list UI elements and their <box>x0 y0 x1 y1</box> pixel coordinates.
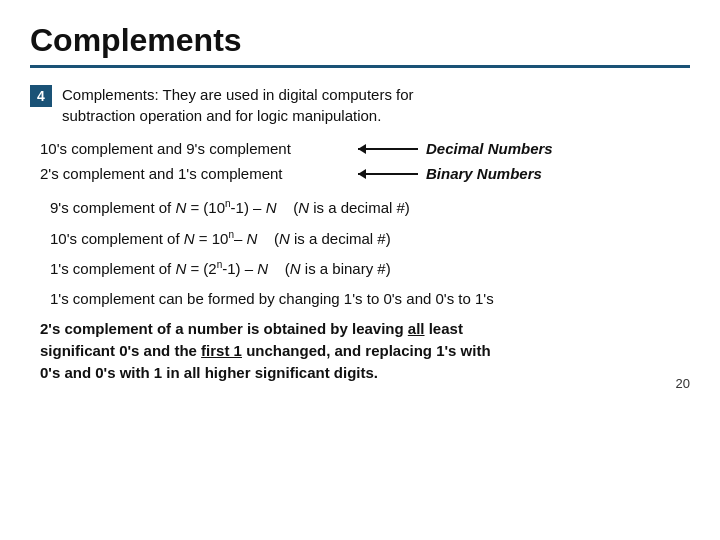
formula-9s: 9's complement of N = (10n-1) – N (N is … <box>30 196 690 220</box>
para-line1: 2's complement of a number is obtained b… <box>40 320 463 337</box>
arrow-left-binary <box>358 173 418 175</box>
binary-row: 2's complement and 1's complement Binary… <box>30 165 690 182</box>
decimal-row: 10's complement and 9's complement Decim… <box>30 140 690 157</box>
bullet-icon: 4 <box>30 85 52 107</box>
arrow-left-decimal <box>358 148 418 150</box>
decimal-label: Decimal Numbers <box>426 140 553 157</box>
binary-math: 2's complement and 1's complement <box>40 165 350 182</box>
para-line3: 0's and 0's with 1 in all higher signifi… <box>40 364 378 381</box>
underline-first1: first 1 <box>201 342 242 359</box>
formula-1s-note-text: 1's complement can be formed by changing… <box>50 290 494 307</box>
binary-label: Binary Numbers <box>426 165 542 182</box>
formula-9s-text: 9's complement of N = (10n-1) – N (N is … <box>50 199 410 216</box>
page-number: 20 <box>676 376 690 391</box>
bullet-text: Complements: They are used in digital co… <box>62 84 414 126</box>
decimal-math: 10's complement and 9's complement <box>40 140 350 157</box>
page-title: Complements <box>30 22 690 59</box>
para-line2: significant 0's and the first 1 unchange… <box>40 342 491 359</box>
underline-all: all <box>408 320 425 337</box>
formula-1s: 1's complement of N = (2n-1) – N (N is a… <box>30 257 690 281</box>
formula-10s-text: 10's complement of N = 10n– N (N is a de… <box>50 230 391 247</box>
formula-1s-text: 1's complement of N = (2n-1) – N (N is a… <box>50 260 391 277</box>
twos-complement-para: 2's complement of a number is obtained b… <box>30 318 690 383</box>
formula-10s: 10's complement of N = 10n– N (N is a de… <box>30 227 690 251</box>
formula-1s-note: 1's complement can be formed by changing… <box>30 288 690 311</box>
bullet-block: 4 Complements: They are used in digital … <box>30 84 690 126</box>
divider <box>30 65 690 68</box>
